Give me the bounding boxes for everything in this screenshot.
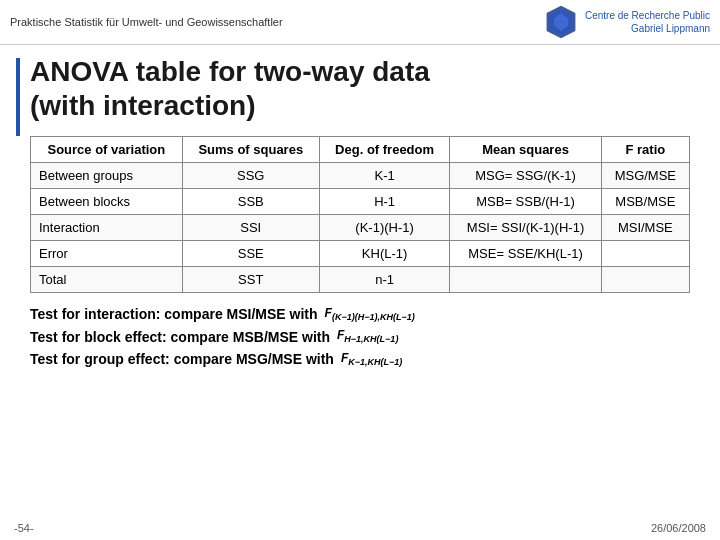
cell-ss: SSI [182,215,319,241]
test-line-3: Test for group effect: compare MSG/MSE w… [30,348,690,370]
cell-source: Total [31,267,183,293]
table-row: Between groupsSSGK-1MSG= SSG/(K-1)MSG/MS… [31,163,690,189]
logo-text: Centre de Recherche Public Gabriel Lippm… [585,9,710,35]
table-row: InteractionSSI(K-1)(H-1)MSI= SSI/(K-1)(H… [31,215,690,241]
formula-2: FH−1,KH(L−1) [337,326,398,347]
header-title: Praktische Statistik für Umwelt- und Geo… [10,16,283,28]
table-row: TotalSSTn-1 [31,267,690,293]
cell-ms: MSE= SSE/KH(L-1) [450,241,601,267]
cell-f: MSG/MSE [601,163,689,189]
formula-3: FK−1,KH(L−1) [341,349,402,370]
cell-df: n-1 [319,267,450,293]
cell-df: KH(L-1) [319,241,450,267]
cell-f: MSI/MSE [601,215,689,241]
cell-df: (K-1)(H-1) [319,215,450,241]
cell-ss: SSG [182,163,319,189]
cell-ms: MSB= SSB/(H-1) [450,189,601,215]
cell-source: Between groups [31,163,183,189]
cell-source: Interaction [31,215,183,241]
anova-table: Source of variation Sums of squares Deg.… [30,136,690,293]
logo-area: Centre de Recherche Public Gabriel Lippm… [543,4,710,40]
logo-icon [543,4,579,40]
cell-source: Error [31,241,183,267]
col-header-f: F ratio [601,137,689,163]
cell-f: MSB/MSE [601,189,689,215]
test-line-1: Test for interaction: compare MSI/MSE wi… [30,303,690,325]
col-header-source: Source of variation [31,137,183,163]
page-number: -54- [14,522,34,534]
cell-ms [450,267,601,293]
left-accent-bar [16,58,20,136]
cell-ss: SST [182,267,319,293]
footer-tests: Test for interaction: compare MSI/MSE wi… [30,303,690,370]
cell-df: H-1 [319,189,450,215]
cell-ms: MSI= SSI/(K-1)(H-1) [450,215,601,241]
test-line-2: Test for block effect: compare MSB/MSE w… [30,326,690,348]
cell-ms: MSG= SSG/(K-1) [450,163,601,189]
col-header-ms: Mean squares [450,137,601,163]
cell-ss: SSE [182,241,319,267]
page-title: ANOVA table for two-way data (with inter… [30,55,690,122]
table-row: Between blocksSSBH-1MSB= SSB/(H-1)MSB/MS… [31,189,690,215]
date-stamp: 26/06/2008 [651,522,706,534]
table-row: ErrorSSEKH(L-1)MSE= SSE/KH(L-1) [31,241,690,267]
cell-f [601,267,689,293]
header-bar: Praktische Statistik für Umwelt- und Geo… [0,0,720,45]
col-header-df: Deg. of freedom [319,137,450,163]
cell-source: Between blocks [31,189,183,215]
col-header-ss: Sums of squares [182,137,319,163]
formula-1: F(K−1)(H−1),KH(L−1) [325,304,415,325]
page-bottom: -54- 26/06/2008 [0,522,720,534]
cell-f [601,241,689,267]
cell-df: K-1 [319,163,450,189]
cell-ss: SSB [182,189,319,215]
main-content: ANOVA table for two-way data (with inter… [0,45,720,384]
